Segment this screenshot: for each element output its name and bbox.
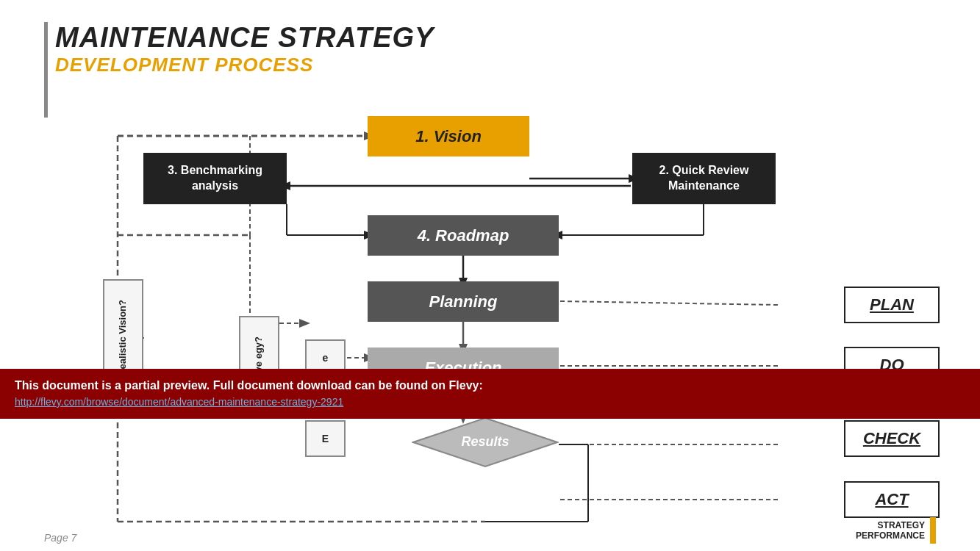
banner-title-strong: This document is a partial preview. xyxy=(15,379,210,392)
logo-bar-icon xyxy=(930,517,936,544)
svg-marker-25 xyxy=(299,319,310,328)
logo-text-block: STRATEGY PERFORMANCE xyxy=(856,520,925,541)
flow-diagram-arrows xyxy=(0,0,980,551)
logo-line2: PERFORMANCE xyxy=(856,530,925,541)
quickreview-label: 2. Quick Review Maintenance xyxy=(632,163,776,194)
vision-label: 1. Vision xyxy=(415,127,482,146)
plan-label: PLAN xyxy=(844,287,940,323)
roadmap-box: 4. Roadmap xyxy=(368,215,559,256)
small-box-2-label: E xyxy=(322,433,329,444)
planning-box: Planning xyxy=(368,281,559,322)
preview-banner: This document is a partial preview. Full… xyxy=(0,369,980,419)
realistic-label: Realistic Vision? xyxy=(117,300,129,376)
sub-title: DEVELOPMENT PROCESS xyxy=(55,54,434,76)
vision-box: 1. Vision xyxy=(368,116,529,156)
title-area: MAINTENANCE STRATEGY DEVELOPMENT PROCESS xyxy=(55,22,434,76)
plan-text: PLAN xyxy=(870,295,914,314)
act-text: ACT xyxy=(875,490,908,509)
page-number: Page 7 xyxy=(44,532,76,544)
quickreview-box: 2. Quick Review Maintenance xyxy=(632,153,776,204)
left-border-accent xyxy=(44,22,48,118)
banner-title: This document is a partial preview. Full… xyxy=(15,379,965,392)
logo-area: STRATEGY PERFORMANCE xyxy=(856,517,936,544)
small-box-2: E xyxy=(305,420,346,457)
svg-line-16 xyxy=(560,301,778,305)
benchmarking-label: 3. Benchmarking analysis xyxy=(143,163,287,194)
results-diamond: Results xyxy=(412,417,559,468)
roadmap-label: 4. Roadmap xyxy=(418,226,509,245)
logo-line1: STRATEGY xyxy=(856,520,925,530)
banner-body: Full document download can be found on F… xyxy=(213,379,483,392)
svg-text:Results: Results xyxy=(461,434,509,449)
banner-link[interactable]: http://flevy.com/browse/document/advance… xyxy=(15,396,343,408)
footer: Page 7 STRATEGY PERFORMANCE xyxy=(0,517,980,544)
planning-label: Planning xyxy=(429,292,498,311)
check-text: CHECK xyxy=(863,429,920,448)
main-title: MAINTENANCE STRATEGY xyxy=(55,22,434,54)
act-label: ACT xyxy=(844,481,940,518)
check-label: CHECK xyxy=(844,420,940,457)
small-box-1-label: e xyxy=(323,352,329,364)
benchmarking-box: 3. Benchmarking analysis xyxy=(143,153,287,204)
